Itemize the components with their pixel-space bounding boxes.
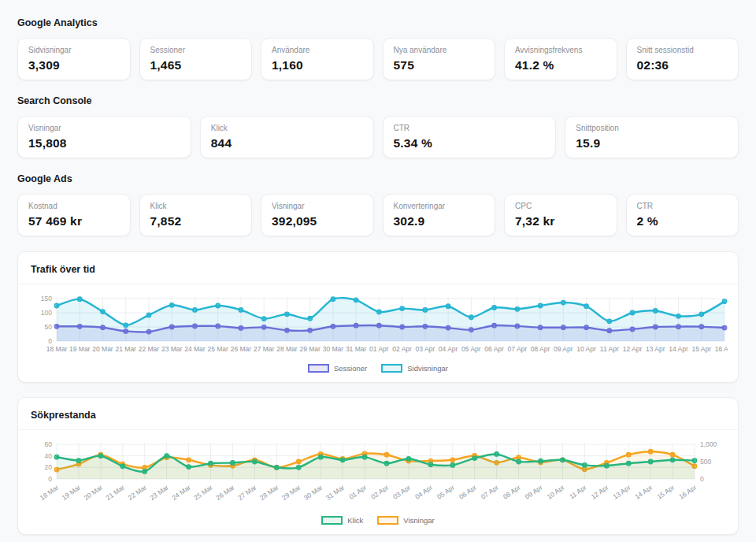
stat-card-label: Konverteringar bbox=[394, 202, 485, 211]
stat-card-label: Sessioner bbox=[150, 46, 242, 55]
dashboard: Google AnalyticsSidvisningar3,309Session… bbox=[0, 0, 756, 535]
svg-text:40: 40 bbox=[45, 452, 53, 460]
stat-cards-row: Sidvisningar3,309Sessioner1,465Användare… bbox=[17, 38, 739, 80]
legend-swatch bbox=[377, 516, 398, 525]
svg-text:03 Apr: 03 Apr bbox=[391, 483, 412, 500]
stat-card: Användare1,160 bbox=[261, 38, 374, 80]
legend-swatch bbox=[308, 364, 329, 373]
svg-text:04 Apr: 04 Apr bbox=[439, 345, 458, 353]
legend-item-sessioner[interactable]: Sessioner bbox=[308, 364, 367, 373]
svg-text:14 Apr: 14 Apr bbox=[669, 345, 688, 353]
svg-text:22 Mar: 22 Mar bbox=[139, 345, 160, 353]
svg-text:23 Mar: 23 Mar bbox=[148, 483, 170, 501]
svg-text:20: 20 bbox=[45, 463, 53, 471]
traffic-over-time-panel: Trafik över tid 05010015018 Mar19 Mar20 … bbox=[17, 251, 739, 383]
section-title: Google Analytics bbox=[17, 17, 739, 28]
svg-text:0: 0 bbox=[48, 337, 52, 345]
svg-text:60: 60 bbox=[45, 440, 53, 448]
chart-legend: KlickVisningar bbox=[28, 515, 728, 531]
svg-text:27 Mar: 27 Mar bbox=[254, 345, 275, 353]
legend-label: Klick bbox=[347, 516, 363, 525]
stat-card: Sidvisningar3,309 bbox=[17, 38, 131, 80]
stat-card-label: Visningar bbox=[28, 124, 180, 133]
stat-card-value: 575 bbox=[394, 58, 485, 72]
stat-cards-row: Kostnad57 469 krKlick7,852Visningar392,0… bbox=[17, 194, 739, 236]
svg-text:16 Apr: 16 Apr bbox=[715, 345, 728, 353]
svg-text:02 Apr: 02 Apr bbox=[369, 483, 390, 500]
stat-card-value: 41.2 % bbox=[515, 58, 606, 72]
svg-text:07 Apr: 07 Apr bbox=[480, 483, 500, 500]
svg-text:03 Apr: 03 Apr bbox=[416, 345, 435, 353]
svg-text:15 Apr: 15 Apr bbox=[655, 483, 676, 500]
search-performance-chart: 020406005001,00018 Mar19 Mar20 Mar21 Mar… bbox=[18, 430, 738, 534]
stat-card-label: Snitt sessionstid bbox=[637, 46, 728, 55]
stat-section: Search ConsoleVisningar15,808Klick844CTR… bbox=[17, 95, 739, 158]
svg-text:25 Mar: 25 Mar bbox=[192, 483, 214, 501]
svg-text:22 Mar: 22 Mar bbox=[126, 483, 148, 501]
svg-text:29 Mar: 29 Mar bbox=[299, 345, 321, 353]
section-title: Search Console bbox=[17, 95, 739, 106]
svg-text:28 Mar: 28 Mar bbox=[276, 345, 298, 353]
stat-card-value: 7,32 kr bbox=[515, 213, 606, 228]
stat-card-value: 15,808 bbox=[28, 136, 180, 150]
stat-card-value: 392,095 bbox=[272, 213, 363, 228]
stat-card-value: 7,852 bbox=[150, 213, 242, 228]
traffic-chart-title: Trafik över tid bbox=[31, 264, 95, 275]
svg-text:02 Apr: 02 Apr bbox=[392, 345, 412, 353]
stat-card-value: 5.34 % bbox=[394, 136, 546, 150]
stat-card-label: Klick bbox=[150, 202, 242, 211]
svg-text:28 Mar: 28 Mar bbox=[258, 483, 280, 501]
svg-text:31 Mar: 31 Mar bbox=[346, 345, 367, 353]
stat-card-value: 1,465 bbox=[150, 58, 242, 72]
stat-card-value: 57 469 kr bbox=[28, 213, 120, 228]
stat-card: Avvisningsfrekvens41.2 % bbox=[504, 38, 617, 80]
svg-text:13 Apr: 13 Apr bbox=[611, 483, 632, 500]
search-performance-panel: Sökprestanda 020406005001,00018 Mar19 Ma… bbox=[17, 397, 739, 535]
svg-text:19 Mar: 19 Mar bbox=[69, 345, 91, 353]
svg-text:10 Apr: 10 Apr bbox=[576, 345, 596, 353]
stat-card-value: 302.9 bbox=[394, 213, 485, 228]
stat-section: Google AnalyticsSidvisningar3,309Session… bbox=[17, 17, 739, 80]
stat-card-label: Användare bbox=[272, 46, 363, 55]
legend-label: Visningar bbox=[403, 516, 434, 525]
svg-text:13 Apr: 13 Apr bbox=[646, 345, 665, 353]
stat-card: Sessioner1,465 bbox=[139, 38, 253, 80]
svg-text:27 Mar: 27 Mar bbox=[236, 483, 258, 501]
svg-text:16 Apr: 16 Apr bbox=[677, 483, 698, 500]
svg-text:01 Apr: 01 Apr bbox=[369, 345, 389, 353]
stat-card-label: Visningar bbox=[272, 202, 363, 211]
stat-card: Klick7,852 bbox=[139, 194, 253, 236]
legend-item-sidvisningar[interactable]: Sidvisningar bbox=[381, 364, 448, 373]
stat-card: Visningar392,095 bbox=[261, 194, 374, 236]
svg-text:30 Mar: 30 Mar bbox=[323, 345, 344, 353]
legend-item-klick[interactable]: Klick bbox=[321, 516, 363, 525]
svg-text:04 Apr: 04 Apr bbox=[413, 483, 434, 500]
svg-text:12 Apr: 12 Apr bbox=[623, 345, 643, 353]
traffic-chart: 05010015018 Mar19 Mar20 Mar21 Mar22 Mar2… bbox=[18, 284, 738, 382]
svg-text:500: 500 bbox=[700, 458, 711, 466]
svg-text:14 Apr: 14 Apr bbox=[633, 483, 654, 500]
stat-card-value: 3,309 bbox=[28, 58, 120, 72]
svg-text:20 Mar: 20 Mar bbox=[92, 345, 113, 353]
stat-card-label: Avvisningsfrekvens bbox=[515, 46, 606, 55]
svg-text:31 Mar: 31 Mar bbox=[324, 483, 346, 501]
svg-text:18 Mar: 18 Mar bbox=[46, 345, 68, 353]
legend-label: Sidvisningar bbox=[407, 364, 448, 373]
legend-swatch bbox=[381, 364, 402, 373]
stat-card: Klick844 bbox=[200, 116, 374, 158]
legend-item-visningar[interactable]: Visningar bbox=[377, 516, 434, 525]
svg-text:24 Mar: 24 Mar bbox=[184, 345, 206, 353]
svg-text:06 Apr: 06 Apr bbox=[484, 345, 504, 353]
stat-card-label: Klick bbox=[211, 124, 363, 133]
stat-card: Snitt sessionstid02:36 bbox=[626, 38, 739, 80]
svg-text:07 Apr: 07 Apr bbox=[508, 345, 528, 353]
stat-card: CPC7,32 kr bbox=[504, 194, 617, 236]
stat-sections: Google AnalyticsSidvisningar3,309Session… bbox=[17, 17, 739, 236]
stat-card: CTR5.34 % bbox=[383, 116, 557, 158]
stat-card-label: Sidvisningar bbox=[28, 46, 120, 55]
svg-text:09 Apr: 09 Apr bbox=[524, 483, 544, 500]
stat-card-label: CTR bbox=[637, 202, 728, 211]
svg-text:26 Mar: 26 Mar bbox=[231, 345, 252, 353]
stat-card-value: 844 bbox=[211, 136, 363, 150]
search-panel-header: Sökprestanda bbox=[18, 398, 738, 430]
